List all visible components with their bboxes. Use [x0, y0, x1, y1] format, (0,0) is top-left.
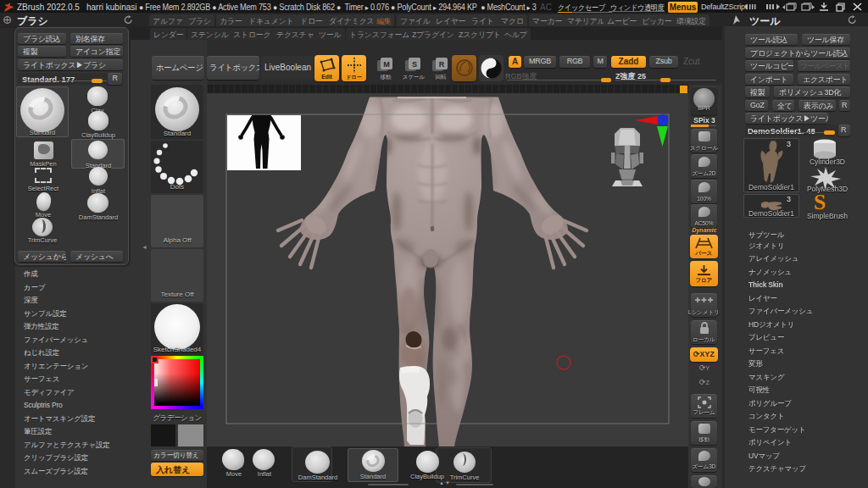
svg-text:M: M [383, 60, 390, 69]
svg-text:R: R [439, 60, 445, 69]
svg-text:S: S [412, 60, 417, 69]
